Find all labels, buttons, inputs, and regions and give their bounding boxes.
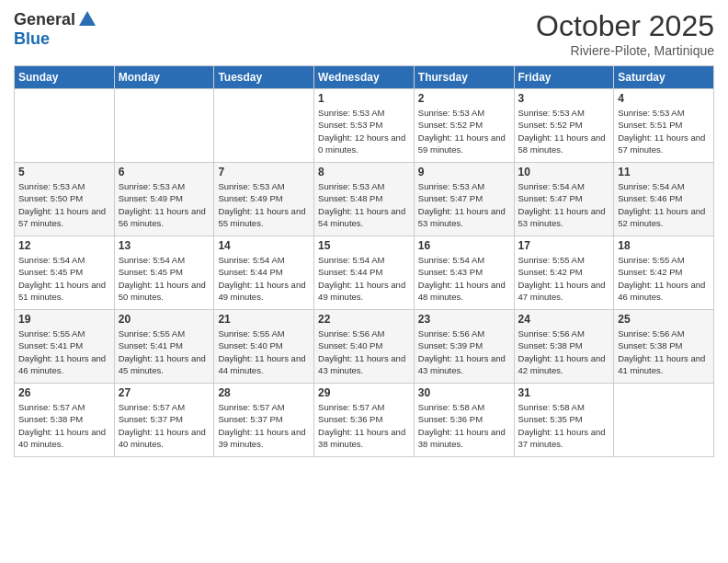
day-number: 13 [119, 239, 210, 252]
day-cell: 15 Sunrise: 5:54 AMSunset: 5:44 PMDaylig… [314, 236, 415, 310]
logo-blue-text: Blue [14, 29, 50, 49]
page-container: General Blue October 2025 Riviere-Pilote… [0, 0, 728, 466]
day-cell: 7 Sunrise: 5:53 AMSunset: 5:49 PMDayligh… [214, 163, 314, 236]
day-info: Sunrise: 5:54 AMSunset: 5:47 PMDaylight:… [518, 180, 610, 229]
day-cell: 21 Sunrise: 5:55 AMSunset: 5:40 PMDaylig… [214, 310, 314, 384]
day-cell [214, 89, 314, 163]
day-number: 9 [418, 166, 510, 178]
day-info: Sunrise: 5:55 AMSunset: 5:42 PMDaylight:… [618, 254, 710, 303]
day-cell: 10 Sunrise: 5:54 AMSunset: 5:47 PMDaylig… [514, 163, 614, 236]
day-info: Sunrise: 5:53 AMSunset: 5:52 PMDaylight:… [518, 107, 610, 155]
day-cell: 24 Sunrise: 5:56 AMSunset: 5:38 PMDaylig… [514, 310, 614, 384]
day-number: 20 [119, 313, 210, 326]
day-number: 3 [518, 92, 610, 105]
day-number: 27 [119, 386, 210, 399]
day-info: Sunrise: 5:54 AMSunset: 5:45 PMDaylight:… [18, 254, 110, 303]
day-cell: 4 Sunrise: 5:53 AMSunset: 5:51 PMDayligh… [614, 89, 714, 163]
day-cell: 30 Sunrise: 5:58 AMSunset: 5:36 PMDaylig… [414, 384, 514, 457]
day-cell: 6 Sunrise: 5:53 AMSunset: 5:49 PMDayligh… [114, 163, 214, 236]
week-row-4: 19 Sunrise: 5:55 AMSunset: 5:41 PMDaylig… [15, 310, 714, 384]
day-cell: 31 Sunrise: 5:58 AMSunset: 5:35 PMDaylig… [514, 384, 614, 457]
col-tuesday: Tuesday [214, 66, 314, 89]
header: General Blue October 2025 Riviere-Pilote… [14, 9, 714, 58]
day-cell: 28 Sunrise: 5:57 AMSunset: 5:37 PMDaylig… [214, 384, 314, 457]
col-thursday: Thursday [414, 66, 514, 89]
day-cell: 22 Sunrise: 5:56 AMSunset: 5:40 PMDaylig… [314, 310, 415, 384]
day-cell: 20 Sunrise: 5:55 AMSunset: 5:41 PMDaylig… [114, 310, 214, 384]
day-info: Sunrise: 5:55 AMSunset: 5:41 PMDaylight:… [18, 327, 110, 376]
day-number: 11 [618, 166, 710, 178]
logo: General Blue [14, 9, 97, 49]
day-number: 30 [418, 386, 510, 399]
col-friday: Friday [514, 66, 614, 89]
day-cell [614, 384, 714, 457]
day-cell: 26 Sunrise: 5:57 AMSunset: 5:38 PMDaylig… [15, 384, 115, 457]
day-cell: 27 Sunrise: 5:57 AMSunset: 5:37 PMDaylig… [114, 384, 214, 457]
day-number: 21 [218, 313, 310, 326]
day-cell: 11 Sunrise: 5:54 AMSunset: 5:46 PMDaylig… [614, 163, 714, 236]
day-number: 17 [518, 239, 610, 252]
col-wednesday: Wednesday [314, 66, 415, 89]
day-cell: 1 Sunrise: 5:53 AMSunset: 5:53 PMDayligh… [314, 89, 415, 163]
col-saturday: Saturday [614, 66, 714, 89]
day-info: Sunrise: 5:54 AMSunset: 5:44 PMDaylight:… [318, 254, 410, 303]
day-cell: 19 Sunrise: 5:55 AMSunset: 5:41 PMDaylig… [15, 310, 115, 384]
day-info: Sunrise: 5:57 AMSunset: 5:36 PMDaylight:… [318, 401, 410, 450]
day-number: 6 [119, 166, 210, 178]
day-number: 31 [518, 386, 610, 399]
day-info: Sunrise: 5:53 AMSunset: 5:49 PMDaylight:… [218, 180, 310, 229]
day-info: Sunrise: 5:56 AMSunset: 5:38 PMDaylight:… [618, 327, 710, 376]
day-info: Sunrise: 5:58 AMSunset: 5:36 PMDaylight:… [418, 401, 510, 450]
day-info: Sunrise: 5:53 AMSunset: 5:51 PMDaylight:… [618, 107, 710, 155]
day-number: 15 [318, 239, 410, 252]
day-cell: 16 Sunrise: 5:54 AMSunset: 5:43 PMDaylig… [414, 236, 514, 310]
week-row-3: 12 Sunrise: 5:54 AMSunset: 5:45 PMDaylig… [15, 236, 714, 310]
day-cell: 23 Sunrise: 5:56 AMSunset: 5:39 PMDaylig… [414, 310, 514, 384]
day-info: Sunrise: 5:53 AMSunset: 5:47 PMDaylight:… [418, 180, 510, 229]
week-row-2: 5 Sunrise: 5:53 AMSunset: 5:50 PMDayligh… [15, 163, 714, 236]
day-cell: 14 Sunrise: 5:54 AMSunset: 5:44 PMDaylig… [214, 236, 314, 310]
day-cell: 3 Sunrise: 5:53 AMSunset: 5:52 PMDayligh… [514, 89, 614, 163]
day-cell: 29 Sunrise: 5:57 AMSunset: 5:36 PMDaylig… [314, 384, 415, 457]
day-cell: 9 Sunrise: 5:53 AMSunset: 5:47 PMDayligh… [414, 163, 514, 236]
day-number: 1 [318, 92, 410, 105]
day-info: Sunrise: 5:55 AMSunset: 5:40 PMDaylight:… [218, 327, 310, 376]
day-cell: 25 Sunrise: 5:56 AMSunset: 5:38 PMDaylig… [614, 310, 714, 384]
day-cell: 2 Sunrise: 5:53 AMSunset: 5:52 PMDayligh… [414, 89, 514, 163]
day-number: 26 [18, 386, 110, 399]
col-sunday: Sunday [15, 66, 115, 89]
week-row-1: 1 Sunrise: 5:53 AMSunset: 5:53 PMDayligh… [15, 89, 714, 163]
day-cell: 13 Sunrise: 5:54 AMSunset: 5:45 PMDaylig… [114, 236, 214, 310]
day-number: 28 [218, 386, 310, 399]
day-number: 16 [418, 239, 510, 252]
title-block: October 2025 Riviere-Pilote, Martinique [536, 9, 714, 58]
day-number: 12 [18, 239, 110, 252]
day-info: Sunrise: 5:54 AMSunset: 5:44 PMDaylight:… [218, 254, 310, 303]
day-number: 19 [18, 313, 110, 326]
day-cell: 5 Sunrise: 5:53 AMSunset: 5:50 PMDayligh… [15, 163, 115, 236]
day-info: Sunrise: 5:57 AMSunset: 5:38 PMDaylight:… [18, 401, 110, 450]
day-cell [114, 89, 214, 163]
header-row: Sunday Monday Tuesday Wednesday Thursday… [15, 66, 714, 89]
day-number: 18 [618, 239, 710, 252]
day-cell: 17 Sunrise: 5:55 AMSunset: 5:42 PMDaylig… [514, 236, 614, 310]
day-info: Sunrise: 5:55 AMSunset: 5:41 PMDaylight:… [119, 327, 210, 376]
day-info: Sunrise: 5:57 AMSunset: 5:37 PMDaylight:… [119, 401, 210, 450]
logo-icon [77, 9, 97, 29]
day-number: 10 [518, 166, 610, 178]
col-monday: Monday [114, 66, 214, 89]
day-number: 7 [218, 166, 310, 178]
day-number: 25 [618, 313, 710, 326]
day-info: Sunrise: 5:58 AMSunset: 5:35 PMDaylight:… [518, 401, 610, 450]
month-title: October 2025 [536, 9, 714, 43]
day-number: 8 [318, 166, 410, 178]
day-number: 2 [418, 92, 510, 105]
day-info: Sunrise: 5:56 AMSunset: 5:38 PMDaylight:… [518, 327, 610, 376]
day-cell: 18 Sunrise: 5:55 AMSunset: 5:42 PMDaylig… [614, 236, 714, 310]
svg-marker-0 [79, 11, 96, 26]
day-info: Sunrise: 5:56 AMSunset: 5:40 PMDaylight:… [318, 327, 410, 376]
calendar-table: Sunday Monday Tuesday Wednesday Thursday… [14, 65, 714, 457]
day-number: 24 [518, 313, 610, 326]
logo-general-text: General [14, 10, 75, 29]
day-info: Sunrise: 5:53 AMSunset: 5:50 PMDaylight:… [18, 180, 110, 229]
